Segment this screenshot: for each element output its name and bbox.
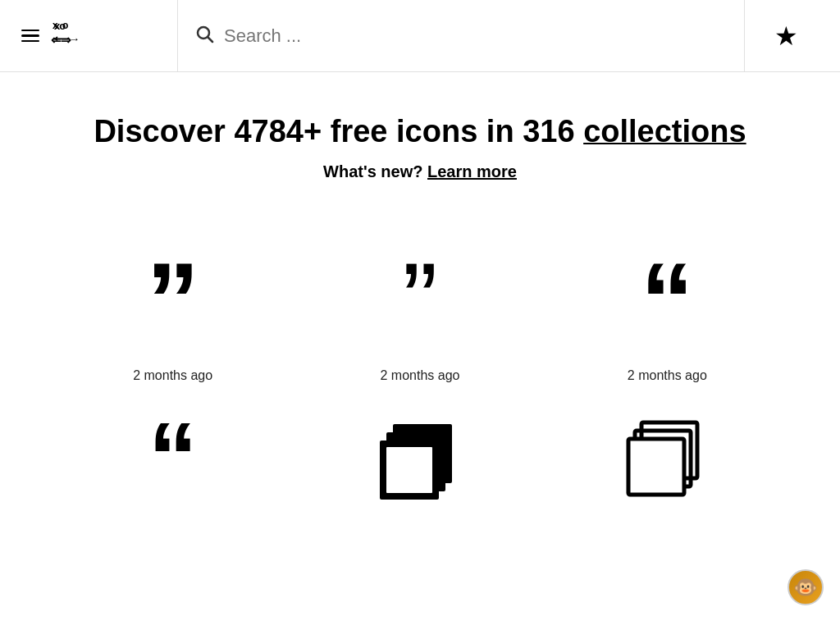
svg-rect-9 xyxy=(386,447,432,493)
icon-grid-row2: “ xyxy=(0,399,840,523)
icon-card-1[interactable]: ” 2 months ago xyxy=(296,231,543,399)
hero-section: Discover 4784+ free icons in 316 collect… xyxy=(0,72,840,214)
icon-display-3: “ xyxy=(148,416,198,506)
icon-timestamp-0: 2 months ago xyxy=(133,368,212,383)
icon-timestamp-1: 2 months ago xyxy=(381,368,460,383)
user-avatar[interactable]: 🐵 xyxy=(788,569,824,605)
app-logo[interactable]: xo ⟵→ x o ⇐⇒ xyxy=(51,16,84,55)
svg-line-5 xyxy=(208,38,212,42)
icon-card-5[interactable] xyxy=(544,399,791,523)
icon-timestamp-2: 2 months ago xyxy=(628,368,707,383)
icon-display-4 xyxy=(375,416,465,506)
icon-card-2[interactable]: “ 2 months ago xyxy=(544,231,791,399)
icon-card-4[interactable] xyxy=(296,399,543,523)
logo-svg: xo ⟵→ x o ⇐⇒ xyxy=(51,16,84,49)
search-icon xyxy=(194,24,214,48)
main-header: xo ⟵→ x o ⇐⇒ ★ xyxy=(0,0,840,72)
svg-point-4 xyxy=(198,27,209,39)
svg-rect-12 xyxy=(628,439,684,495)
header-right: ★ xyxy=(745,21,827,52)
svg-text:x o: x o xyxy=(52,20,69,31)
icon-display-5 xyxy=(622,416,712,506)
svg-text:⇐⇒: ⇐⇒ xyxy=(51,33,71,47)
icon-display-1: ” xyxy=(402,247,437,354)
learn-more-link[interactable]: Learn more xyxy=(427,162,517,180)
favorites-button[interactable]: ★ xyxy=(774,21,798,52)
header-left: xo ⟵→ x o ⇐⇒ xyxy=(13,16,177,55)
icon-display-0: ” xyxy=(146,247,199,354)
icon-card-3[interactable]: “ xyxy=(49,399,296,523)
hamburger-menu-button[interactable] xyxy=(21,30,39,43)
hero-subtitle-text: What's new? xyxy=(323,162,427,180)
stack-outline-icon xyxy=(622,416,712,506)
search-input[interactable] xyxy=(224,25,728,47)
icon-grid-row1: ” 2 months ago ” 2 months ago “ 2 months… xyxy=(0,214,840,399)
hero-title: Discover 4784+ free icons in 316 collect… xyxy=(16,113,824,151)
icon-card-0[interactable]: ” 2 months ago xyxy=(49,231,296,399)
stack-filled-icon xyxy=(375,416,465,506)
hero-title-text: Discover 4784+ free icons in 316 xyxy=(94,114,583,148)
icon-display-2: “ xyxy=(641,247,694,354)
search-bar[interactable] xyxy=(177,0,745,71)
avatar-emoji: 🐵 xyxy=(793,576,818,599)
hero-subtitle: What's new? Learn more xyxy=(16,162,824,181)
collections-link[interactable]: collections xyxy=(583,114,746,148)
